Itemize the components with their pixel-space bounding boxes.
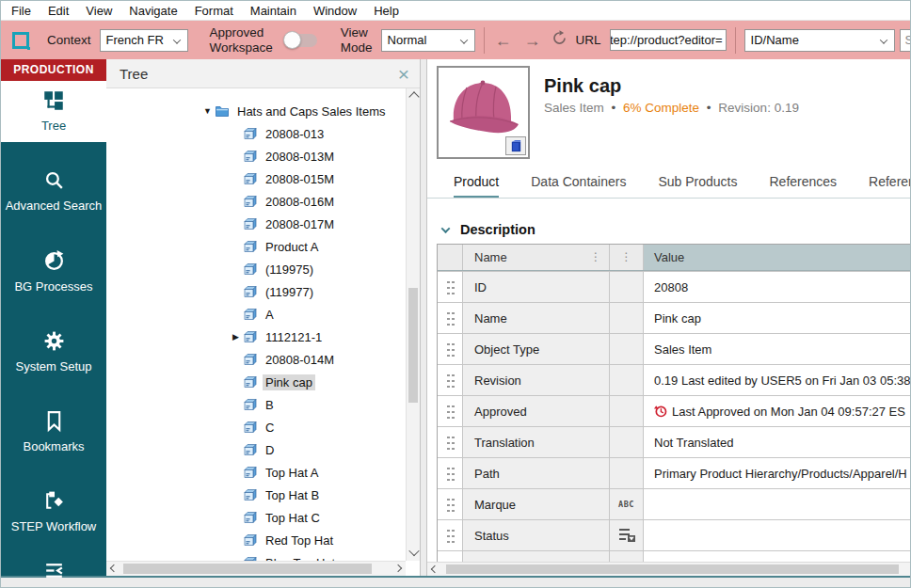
sidebar-item-bookmarks[interactable]: Bookmarks — [1, 402, 106, 463]
tab-references[interactable]: References — [769, 174, 837, 198]
attribute-row-revision[interactable]: Revision0.19 Last edited by USER5 on Fri… — [438, 364, 910, 395]
attribute-value-cell[interactable]: Sales Item — [643, 334, 910, 364]
context-select[interactable]: French FR — [100, 29, 188, 52]
tree-item-20808-014m[interactable]: 20808-014M — [106, 348, 420, 371]
tree-item-20808-013[interactable]: 20808-013 — [106, 122, 420, 145]
drag-handle-icon[interactable] — [446, 497, 455, 513]
sidebar-item-tree[interactable]: Tree — [1, 81, 106, 142]
attribute-row-marque[interactable]: MarqueABC — [438, 488, 910, 519]
scroll-left-icon[interactable] — [110, 564, 118, 572]
description-section-header[interactable]: Description — [442, 222, 910, 237]
tree-item-a[interactable]: A — [106, 303, 420, 326]
sidebar-item-advanced-search[interactable]: Advanced Search — [1, 161, 106, 222]
menu-edit[interactable]: Edit — [40, 4, 77, 18]
scrollbar-thumb[interactable] — [408, 288, 418, 403]
collapsed-arrow-icon[interactable]: ▶ — [229, 332, 243, 342]
attribute-value-cell[interactable]: Not Translated — [643, 427, 910, 457]
tree-item-top-hat-c[interactable]: Top Hat C — [106, 506, 420, 529]
attribute-row-object-type[interactable]: Object TypeSales Item — [438, 333, 910, 364]
tree-item-20808-016m[interactable]: 20808-016M — [106, 190, 420, 213]
refresh-icon[interactable] — [551, 30, 567, 50]
tree-item-red-top-hat[interactable]: Red Top Hat — [106, 529, 420, 551]
collapse-section-icon[interactable] — [441, 224, 451, 233]
drag-handle-icon[interactable] — [446, 404, 455, 420]
tree-item-product-a[interactable]: Product A — [106, 235, 420, 258]
view-mode-select[interactable]: Normal — [381, 29, 475, 52]
menu-maintain[interactable]: Maintain — [242, 4, 305, 18]
url-input[interactable]: step://product?editor= — [610, 29, 727, 51]
attribute-row-id[interactable]: ID20808 — [438, 271, 910, 302]
attribute-value-cell[interactable]: Primary Product Hierarchy/Products/Appar… — [643, 458, 910, 488]
menu-format[interactable]: Format — [186, 4, 242, 18]
tree-vertical-scrollbar[interactable] — [406, 88, 420, 561]
tab-sub-products[interactable]: Sub Products — [658, 174, 737, 198]
attribute-value-cell[interactable]: 20808 — [643, 272, 910, 302]
sidebar-item-system-setup[interactable]: System Setup — [1, 322, 106, 383]
approved-workspace-toggle[interactable] — [285, 34, 317, 47]
tree-item-b[interactable]: B — [106, 393, 420, 416]
attribute-value-cell[interactable]: 0.19 Last edited by USER5 on Fri Jan 03 … — [643, 365, 910, 395]
attribute-row-path[interactable]: PathPrimary Product Hierarchy/Products/A… — [438, 457, 910, 488]
forward-icon[interactable]: → — [522, 32, 543, 49]
scrollbar-thumb[interactable] — [123, 564, 372, 574]
drag-handle-icon[interactable] — [446, 528, 455, 544]
tree-item-119977[interactable]: (119977) — [106, 280, 420, 303]
tab-data-containers[interactable]: Data Containers — [531, 174, 626, 198]
attribute-row-translation[interactable]: TranslationNot Translated — [438, 426, 910, 457]
close-icon[interactable]: × — [398, 64, 409, 84]
tree-item-119975[interactable]: (119975) — [106, 258, 420, 280]
tree-item-1112121-1[interactable]: ▶1112121-1 — [106, 326, 420, 348]
attribute-row-name[interactable]: NamePink cap — [438, 302, 910, 333]
tree-item-20808-015m[interactable]: 20808-015M — [106, 167, 420, 190]
product-icon — [243, 510, 259, 525]
menu-window[interactable]: Window — [305, 4, 365, 18]
tree-item-d[interactable]: D — [106, 438, 420, 461]
attribute-value-cell[interactable]: Pink cap — [643, 303, 910, 333]
id-name-select[interactable]: ID/Name — [744, 29, 895, 52]
attribute-value-cell[interactable] — [643, 489, 910, 519]
tree-item-20808-017m[interactable]: 20808-017M — [106, 213, 420, 235]
attribute-value-cell[interactable] — [643, 520, 910, 550]
product-icon — [243, 329, 259, 344]
scroll-up-icon[interactable] — [408, 91, 419, 102]
drag-handle-icon[interactable] — [446, 435, 455, 451]
column-menu-icon[interactable]: ⋮ — [590, 252, 601, 262]
tree-item-hats-and-caps-sales-items[interactable]: ▼Hats and Caps Sales Items — [106, 100, 420, 122]
scroll-down-icon[interactable] — [408, 546, 419, 556]
attribute-value-cell[interactable]: Last Approved on Mon Jan 04 09:57:27 ES — [643, 396, 910, 426]
tree-item-c[interactable]: C — [106, 416, 420, 438]
drag-handle-icon[interactable] — [446, 342, 455, 358]
attribute-row-status[interactable]: Status — [438, 519, 910, 550]
column-menu-icon[interactable]: ⋮ — [621, 252, 632, 262]
drag-handle-icon[interactable] — [446, 373, 455, 389]
tab-referenced-by[interactable]: Referenced By — [869, 174, 910, 198]
selection-square-icon[interactable] — [12, 32, 29, 49]
tree-item-pink-cap[interactable]: Pink cap — [106, 371, 420, 393]
sidebar-item-step-workflow[interactable]: STEP Workflow — [1, 482, 106, 543]
search-input[interactable]: S — [900, 29, 910, 52]
tree-item-top-hat-b[interactable]: Top Hat B — [106, 484, 420, 506]
menu-help[interactable]: Help — [365, 4, 408, 18]
drag-handle-icon[interactable] — [446, 279, 455, 295]
product-image[interactable] — [437, 66, 530, 159]
tree-item-top-hat-a[interactable]: Top Hat A — [106, 461, 420, 484]
drag-handle-icon[interactable] — [446, 466, 455, 482]
menu-navigate[interactable]: Navigate — [120, 4, 185, 18]
menu-file[interactable]: File — [3, 4, 40, 18]
row-cell — [438, 303, 462, 333]
tab-product[interactable]: Product — [454, 174, 499, 198]
attribute-name-cell: Translation — [462, 427, 609, 457]
scroll-right-icon[interactable] — [394, 564, 402, 572]
menu-view[interactable]: View — [77, 4, 120, 18]
table-horizontal-scrollbar[interactable] — [427, 562, 910, 576]
scrollbar-thumb[interactable] — [446, 564, 899, 574]
sidebar-item-bg-processes[interactable]: BG Processes — [1, 242, 106, 303]
tree-horizontal-scrollbar[interactable] — [106, 561, 406, 576]
back-icon[interactable]: ← — [493, 32, 514, 49]
scroll-left-icon[interactable] — [431, 565, 439, 573]
tree-item-20808-013m[interactable]: 20808-013M — [106, 145, 420, 167]
drag-handle-icon[interactable] — [446, 310, 455, 326]
attribute-row-approved[interactable]: ApprovedLast Approved on Mon Jan 04 09:5… — [438, 395, 910, 426]
expanded-arrow-icon[interactable]: ▼ — [200, 106, 215, 116]
tree-item-label: 1112121-1 — [263, 329, 325, 345]
